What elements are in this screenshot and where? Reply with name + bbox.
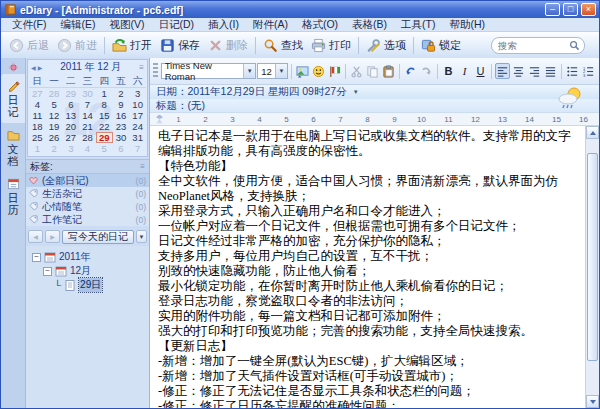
calendar-day[interactable]: 13 xyxy=(62,110,79,121)
calendar-day[interactable]: 29 xyxy=(96,132,113,143)
toolbar-grip-icon[interactable] xyxy=(153,63,158,79)
delete-button[interactable]: 删除 xyxy=(204,36,252,55)
tab-diary[interactable]: 日记 xyxy=(1,74,25,123)
lock-button[interactable]: 锁定 xyxy=(417,36,465,55)
forward-button[interactable]: 前进 xyxy=(53,36,101,55)
date-dropdown-icon[interactable]: ▼ xyxy=(353,89,359,95)
maximize-button[interactable]: □ xyxy=(563,3,578,16)
font-name-select[interactable]: Times New Roman ▼ xyxy=(161,63,257,79)
undo-button[interactable] xyxy=(403,63,418,79)
italic-button[interactable]: I xyxy=(457,63,472,79)
menu-item[interactable]: 插入(I) xyxy=(201,18,246,32)
calendar-day[interactable]: 20 xyxy=(62,121,79,132)
insert-emoticon-button[interactable] xyxy=(311,63,326,79)
menu-item[interactable]: 帮助(H) xyxy=(443,18,493,32)
write-today-button[interactable]: 写今天的日记 xyxy=(62,230,134,244)
menu-item[interactable]: 文件(F) xyxy=(5,18,53,32)
vertical-scrollbar[interactable] xyxy=(585,126,599,408)
search-icon[interactable] xyxy=(569,40,580,51)
calendar-day[interactable]: 21 xyxy=(79,121,96,132)
search-input[interactable] xyxy=(496,39,569,52)
calendar-day[interactable]: 7 xyxy=(129,143,146,154)
tab-documents[interactable]: 文档 xyxy=(1,123,25,172)
tree-item[interactable]: └29日 xyxy=(54,278,149,292)
calendar-day[interactable]: 5 xyxy=(96,143,113,154)
insert-flag-button[interactable] xyxy=(327,63,342,79)
calendar-day[interactable]: 26 xyxy=(46,132,63,143)
print-button[interactable]: 打印 xyxy=(307,36,355,55)
tree-item[interactable]: −12月 xyxy=(43,264,149,278)
calendar-day[interactable]: 22 xyxy=(96,121,113,132)
calendar-day[interactable]: 7 xyxy=(79,99,96,110)
insert-image-button[interactable] xyxy=(295,63,310,79)
scrollbar-track[interactable] xyxy=(586,139,599,395)
menu-item[interactable]: 附件(A) xyxy=(246,18,295,32)
weather-icon[interactable] xyxy=(557,86,583,110)
underline-button[interactable]: U xyxy=(473,63,488,79)
tab-calendar[interactable]: 日历 xyxy=(1,172,25,221)
bullet-list-button[interactable] xyxy=(565,63,580,79)
tree-item[interactable]: −2011年 xyxy=(32,250,149,264)
redo-button[interactable] xyxy=(419,63,434,79)
tree-expander-icon[interactable]: − xyxy=(43,267,52,276)
menu-item[interactable]: 编辑(E) xyxy=(53,18,102,32)
scrollbar-thumb[interactable] xyxy=(587,153,598,361)
font-size-select[interactable]: 12 ▼ xyxy=(257,63,288,79)
calendar-day[interactable]: 8 xyxy=(96,99,113,110)
calendar-day[interactable]: 16 xyxy=(113,110,130,121)
options-button[interactable]: 选项 xyxy=(362,36,410,55)
calendar-day[interactable]: 19 xyxy=(46,121,63,132)
align-center-button[interactable] xyxy=(511,63,526,79)
calendar-day[interactable]: 30 xyxy=(113,132,130,143)
calendar-day[interactable]: 11 xyxy=(29,110,46,121)
indent-marker-icon[interactable] xyxy=(156,115,163,124)
align-right-button[interactable] xyxy=(527,63,542,79)
calendar-day[interactable]: 28 xyxy=(46,88,63,99)
copy-button[interactable] xyxy=(365,63,380,79)
align-left-button[interactable] xyxy=(495,63,510,79)
calendar-day[interactable]: 27 xyxy=(29,88,46,99)
calendar-day[interactable]: 31 xyxy=(129,132,146,143)
menu-item[interactable]: 日记(D) xyxy=(151,18,201,32)
prev-entry-button[interactable]: ◀ xyxy=(28,230,43,243)
calendar-day[interactable]: 15 xyxy=(96,110,113,121)
calendar-day[interactable]: 27 xyxy=(62,132,79,143)
menu-item[interactable]: 视图(V) xyxy=(102,18,151,32)
close-button[interactable]: × xyxy=(581,3,596,16)
calendar-day[interactable]: 2 xyxy=(113,88,130,99)
calendar-day[interactable]: 6 xyxy=(113,143,130,154)
calendar-day[interactable]: 18 xyxy=(29,121,46,132)
tag-item[interactable]: (全部日记)(0) xyxy=(26,174,149,187)
calendar-day[interactable]: 4 xyxy=(79,143,96,154)
save-button[interactable]: 保存 xyxy=(156,36,204,55)
align-justify-button[interactable] xyxy=(543,63,558,79)
cut-button[interactable] xyxy=(349,63,364,79)
menu-item[interactable]: 表格(B) xyxy=(345,18,394,32)
calendar-day[interactable]: 30 xyxy=(79,88,96,99)
open-button[interactable]: 打开 xyxy=(108,36,156,55)
calendar-day[interactable]: 10 xyxy=(129,99,146,110)
gear-icon[interactable] xyxy=(8,60,19,74)
calendar-day[interactable]: 12 xyxy=(46,110,63,121)
tag-item[interactable]: 心情随笔(0) xyxy=(26,200,149,213)
calendar-day[interactable]: 3 xyxy=(129,88,146,99)
bold-button[interactable]: B xyxy=(441,63,456,79)
calendar-day[interactable]: 2 xyxy=(46,143,63,154)
calendar-day[interactable]: 23 xyxy=(113,121,130,132)
calendar-day[interactable]: 4 xyxy=(29,99,46,110)
calendar-day[interactable]: 5 xyxy=(46,99,63,110)
calendar-next-icon[interactable]: ▶ xyxy=(38,64,43,71)
calendar-day[interactable]: 1 xyxy=(29,143,46,154)
scroll-up-icon[interactable] xyxy=(586,126,599,139)
scroll-down-icon[interactable] xyxy=(586,395,599,408)
tag-item[interactable]: 生活杂记(0) xyxy=(26,187,149,200)
menu-item[interactable]: 工具(T) xyxy=(394,18,442,32)
calendar-day[interactable]: 28 xyxy=(79,132,96,143)
calendar-prev-icon[interactable]: ◀ xyxy=(31,64,36,71)
calendar-menu-icon[interactable]: ≡ xyxy=(139,63,144,72)
paste-button[interactable] xyxy=(381,63,396,79)
calendar-day[interactable]: 17 xyxy=(129,110,146,121)
calendar-day[interactable]: 14 xyxy=(79,110,96,121)
calendar-day[interactable]: 29 xyxy=(62,88,79,99)
calendar-day[interactable]: 9 xyxy=(113,99,130,110)
